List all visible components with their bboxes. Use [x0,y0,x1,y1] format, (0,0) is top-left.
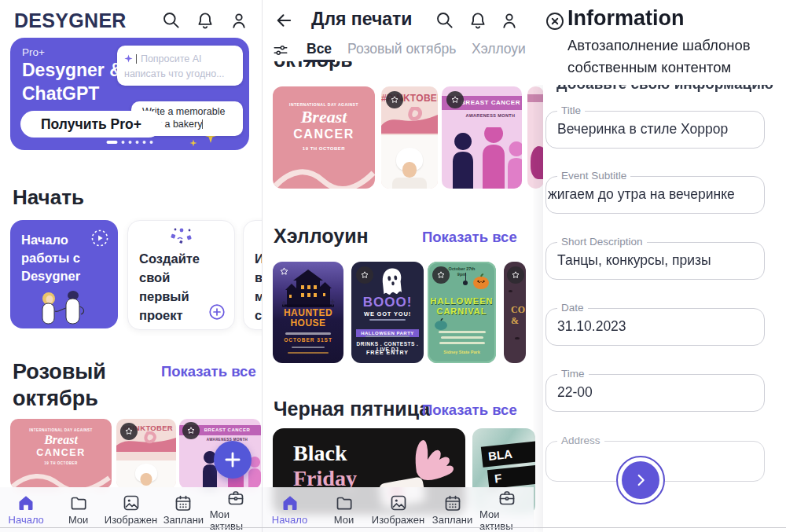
close-icon[interactable] [544,10,566,32]
field-event-subtitle-label: Event Subtitle [557,170,630,182]
micro-text-bar [441,336,483,339]
back-icon[interactable] [274,10,294,31]
nav-home[interactable]: Начало [0,487,52,532]
information-header: Information Автозаполнение шаблонов собс… [533,0,786,85]
search-icon[interactable] [435,10,455,31]
getting-started-card[interactable]: Начало работы с Desygner [10,220,118,328]
nav-my-assets[interactable]: Мои активы [210,487,262,532]
text-caret [202,119,203,129]
spider-thread [465,273,466,281]
tab-halloween[interactable]: Хэллоуи [472,41,526,57]
nav-my-projects[interactable]: Мои [317,487,371,532]
nav-planned[interactable]: Заплани [157,487,209,532]
show-all-link[interactable]: Показать все [422,402,517,419]
profile-icon[interactable] [499,10,520,31]
home-icon [17,493,35,512]
create-fab-button[interactable] [214,441,252,479]
silhouettes-graphic [442,127,522,189]
image-icon [389,493,408,512]
search-icon[interactable] [161,10,182,31]
face-graphic [141,473,152,486]
information-panel: Добавьте свою информацию Information Авт… [533,0,786,532]
nav-planned[interactable]: Заплани [425,487,479,532]
halloween-heading: Хэллоуин [274,225,369,248]
nav-my-assets[interactable]: Мои активы [479,487,534,532]
profile-icon[interactable] [229,10,249,31]
template-breast-cancer[interactable]: INTERNATIONAL DAY AGAINST Breast CANCER … [10,419,112,489]
stock-assets-card[interactable]: Ис ва ми сто об [243,220,262,330]
pink-october-heading: Розовый октябрь [13,358,106,412]
bottom-navigation: Начало Мои Изображен Заплани Мои активы [0,487,262,532]
template-costume-partial[interactable]: CO & [504,262,526,363]
premium-badge-icon [386,91,403,108]
pro-promo-banner[interactable]: Pro+ Desygner & ChatGPT Получить Pro+ По… [10,38,249,150]
template-halloween-carnival[interactable]: October 27th 9pm HALLOWEEN CARNIVAL Sidn… [428,262,496,363]
template-breast-cancer[interactable]: INTERNATIONAL DAY AGAINST Breast CANCER … [273,86,375,189]
field-time-label: Time [557,368,589,380]
field-short-description-label: Short Description [557,236,647,248]
characters-illustration [36,289,93,325]
template-halloween-party[interactable]: BOOO! WE GOT YOU! HALLOWEEN PARTY DRINKS… [351,262,424,363]
print-templates-screen: октябрь Для печати Все Розовый октябрь Х… [262,0,544,532]
notifications-icon[interactable] [468,10,488,31]
print-screen-header: Для печати [263,0,544,39]
ai-sparkle-icon [124,54,133,63]
micro-text-bar [288,352,329,354]
premium-badge-icon [432,266,450,284]
screen-bottom-edge [0,527,786,528]
micro-text-bar [439,342,485,344]
tab-all[interactable]: Все [307,41,332,57]
premium-badge-icon [356,266,373,284]
premium-badge-icon [507,266,524,284]
bottom-navigation: Начало Мои Изображен Заплани Мои активы [263,487,534,532]
field-title: Title [545,111,765,149]
carousel-dots[interactable] [107,141,153,144]
card-line: об [255,325,262,330]
card-line: Создайте [139,249,200,268]
card-line: проект [139,306,200,325]
spider-graphic [463,281,468,285]
bat-speck [515,337,520,339]
template-pinktober[interactable]: #PINKTOBER [381,86,438,189]
card-line: Desygner [21,267,80,285]
card-line: работы с [21,249,80,267]
field-title-label: Title [557,105,585,116]
haunted-house-graphic [279,266,337,307]
bat-speck [509,290,512,292]
information-subtitle-line2: собственным контентом [567,57,731,79]
play-video-icon[interactable] [90,228,110,248]
nav-my-projects[interactable]: Мои [52,487,104,532]
ai-prompt-bubble: Попросите AI написать что угодно... [117,46,243,86]
filter-sliders-icon[interactable] [272,42,289,59]
notifications-icon[interactable] [195,10,215,31]
nav-home[interactable]: Начало [263,487,317,532]
image-icon [122,493,141,512]
card-line: Начало [21,231,80,249]
field-date-label: Date [557,302,588,314]
show-all-link[interactable]: Показать все [422,229,517,246]
briefcase-icon [498,488,516,507]
nav-images[interactable]: Изображен [371,487,425,532]
home-icon [281,493,299,512]
information-subtitle-line1: Автозаполнение шаблонов [567,35,751,57]
tab-pink-october[interactable]: Розовый октябрь [347,41,456,57]
template-pinktober[interactable]: #PINKTOBER [116,419,176,489]
card-line: свой [139,268,200,287]
template-haunted-house[interactable]: HAUNTED HOUSE OCTOBER 31ST [273,262,343,363]
category-tabs: Все Розовый октябрь Хэллоуи [263,39,544,61]
banner-title-line2: ChatGPT [22,83,99,105]
active-tab-underline [303,60,335,62]
create-first-project-card[interactable]: Создайте свой первый проект [127,220,235,330]
get-pro-button[interactable]: Получить Pro+ [20,111,162,138]
show-all-link[interactable]: Показать все [161,363,256,380]
add-project-icon[interactable] [208,303,226,321]
nav-images[interactable]: Изображен [105,487,157,532]
template-awareness-month[interactable]: BREAST CANCER AWARENESS MONTH [442,86,522,189]
micro-text-bar [365,336,410,337]
next-button[interactable] [616,456,665,504]
shoulders-graphic [392,178,427,189]
calendar-icon [174,493,193,512]
card-line: ва [255,268,262,287]
field-address-label: Address [557,435,604,446]
home-screen: DESYGNER Pro+ Desygner & ChatGPT Получит… [0,0,262,532]
